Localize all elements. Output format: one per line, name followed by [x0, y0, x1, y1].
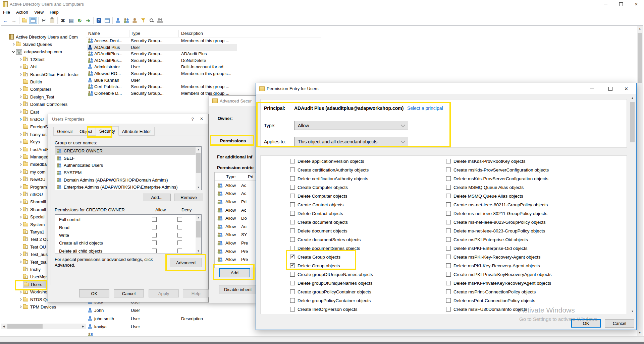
scroll-thumb[interactable] [638, 33, 642, 83]
permission-entry-row[interactable]: AllowPre [215, 255, 256, 264]
chevron-icon[interactable] [18, 208, 23, 210]
chevron-icon[interactable] [18, 306, 23, 308]
allow-checkbox[interactable] [152, 225, 157, 229]
permission-checkbox[interactable] [290, 281, 295, 285]
permission-checkbox[interactable] [290, 263, 295, 268]
chevron-icon[interactable] [18, 96, 23, 98]
tab-object[interactable]: Object [76, 127, 96, 136]
remove-button[interactable]: Remove [174, 194, 203, 201]
table-row[interactable]: AdministratorUserBuilt-in account for ad… [86, 64, 321, 70]
permission-checkbox[interactable] [446, 307, 451, 312]
group-name-item[interactable]: CREATOR OWNER [55, 147, 196, 155]
type-dropdown[interactable]: Allow [294, 121, 408, 130]
deny-checkbox[interactable] [177, 249, 182, 253]
permission-checkbox[interactable] [290, 307, 295, 312]
tab-attribute-editor[interactable]: Attribute Editor [118, 127, 155, 136]
scroll-right-icon[interactable]: ▶ [80, 325, 86, 328]
deny-checkbox[interactable] [177, 240, 182, 245]
menu-file[interactable]: File [0, 10, 13, 15]
permission-checkbox[interactable] [446, 202, 451, 207]
group-name-item[interactable]: Enterprise Admins (ADAPWORKSHOP\Enterpri… [55, 184, 196, 190]
group-name-item[interactable]: Domain Admins (ADAPWORKSHOP\Domain Admin… [55, 176, 196, 184]
delete-icon[interactable]: ✖ [59, 16, 67, 24]
permission-checkbox[interactable] [446, 159, 451, 163]
dialog-close-icon[interactable]: × [198, 116, 205, 122]
menu-view[interactable]: View [31, 10, 47, 15]
help-icon[interactable]: ? [95, 16, 103, 24]
scroll-left-icon[interactable]: ◀ [1, 325, 7, 328]
permission-checkbox[interactable] [446, 281, 451, 285]
cancel-button[interactable]: Cancel [114, 289, 144, 297]
permission-entry-row[interactable]: AllowAu [215, 222, 256, 231]
permission-checkbox[interactable] [446, 237, 451, 242]
tab-security[interactable]: Security [96, 126, 119, 136]
chevron-icon[interactable] [18, 298, 23, 300]
permission-checkbox[interactable] [290, 185, 295, 190]
close-button[interactable]: × [629, 0, 644, 8]
show-console-tree-icon[interactable] [29, 16, 37, 24]
permission-entry-row[interactable]: AllowSY [215, 231, 256, 239]
deny-checkbox[interactable] [177, 217, 182, 222]
permission-checkbox[interactable] [290, 176, 295, 181]
chevron-icon[interactable] [18, 141, 23, 143]
deny-checkbox[interactable] [177, 233, 182, 237]
chevron-icon[interactable] [18, 171, 23, 173]
find-icon[interactable] [147, 16, 156, 24]
scroll-down-icon[interactable]: ▼ [630, 308, 635, 314]
permission-checkbox[interactable] [290, 167, 295, 172]
minimize-button[interactable] [583, 84, 601, 93]
group-names-listbox[interactable]: CREATOR OWNERSELFAuthenticated UsersSYST… [55, 146, 202, 190]
allow-checkbox[interactable] [152, 233, 157, 237]
permission-entry-row[interactable]: AllowPre [215, 247, 256, 256]
permission-checkbox[interactable] [290, 289, 295, 294]
permission-entries-table[interactable]: Type Pri AllowAcAllowAcAllowPriAllowAcAl… [214, 172, 256, 268]
group-name-item[interactable]: SELF [55, 155, 196, 162]
chevron-icon[interactable] [18, 216, 23, 218]
applies-to-dropdown[interactable]: This object and all descendant objects [294, 137, 408, 146]
advanced-button[interactable]: Advanced [170, 258, 202, 267]
forward-icon[interactable]: → [10, 16, 18, 24]
up-one-level-icon[interactable] [20, 16, 29, 24]
menu-action[interactable]: Action [13, 10, 31, 15]
permission-checkbox[interactable] [290, 211, 295, 216]
permission-checkbox[interactable] [290, 255, 295, 259]
permission-checkbox[interactable] [290, 194, 295, 198]
permission-checkbox[interactable] [446, 211, 451, 216]
permissions-tab[interactable]: Permissions [220, 138, 246, 143]
permission-checkbox[interactable] [290, 220, 295, 224]
permission-checkbox[interactable] [446, 194, 451, 198]
help-button[interactable]: Help [183, 289, 209, 297]
special-permissions-icon[interactable] [156, 16, 164, 24]
table-row[interactable]: Access-Deni...Security Group...Members o… [86, 38, 321, 44]
permission-checkbox[interactable] [446, 228, 451, 233]
chevron-icon[interactable] [18, 118, 23, 120]
scroll-up-icon[interactable]: ▲ [630, 95, 635, 101]
permission-entry-row[interactable]: AllowPri [215, 198, 256, 206]
list-vertical-scrollbar[interactable]: ▲ ▼ [637, 26, 643, 336]
permission-entry-row[interactable]: AllowDo [215, 214, 256, 222]
allow-checkbox[interactable] [152, 240, 157, 245]
chevron-icon[interactable] [18, 179, 23, 181]
add-button[interactable]: Add... [143, 194, 171, 201]
permission-checkbox[interactable] [290, 202, 295, 207]
scroll-up-icon[interactable]: ▲ [637, 26, 643, 31]
allow-checkbox[interactable] [152, 249, 157, 253]
cancel-button[interactable]: Cancel [605, 319, 634, 328]
maximize-button[interactable] [601, 84, 620, 93]
chevron-icon[interactable] [18, 73, 23, 75]
export-list-icon[interactable]: ➔ [84, 16, 92, 24]
chevron-icon[interactable] [11, 43, 16, 45]
permission-checkbox[interactable] [446, 255, 451, 259]
chevron-icon[interactable] [11, 51, 16, 53]
chevron-icon[interactable] [18, 133, 23, 135]
paste-icon[interactable] [48, 16, 56, 24]
permission-checkbox[interactable] [290, 237, 295, 242]
create-user-icon[interactable] [114, 16, 122, 24]
principal-column-header[interactable]: Pri [248, 174, 253, 179]
chevron-icon[interactable] [18, 58, 23, 60]
permission-checkbox[interactable] [290, 228, 295, 233]
restore-button[interactable] [613, 0, 629, 8]
menu-help[interactable]: Help [47, 10, 62, 15]
chevron-icon[interactable] [18, 66, 23, 68]
permission-checkbox[interactable] [290, 246, 295, 251]
